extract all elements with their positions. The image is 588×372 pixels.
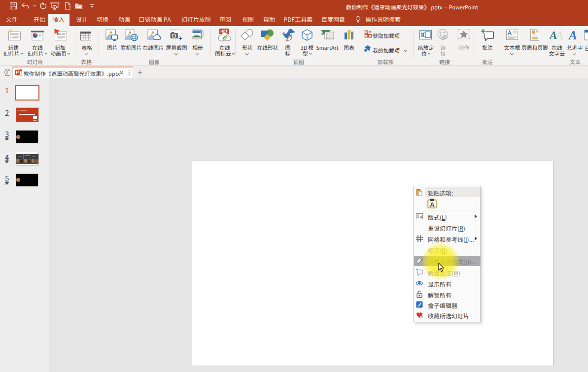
svg-text:A: A: [550, 29, 557, 41]
svg-text:A: A: [568, 29, 577, 41]
svg-text:A: A: [430, 201, 435, 208]
svg-text:P: P: [16, 70, 19, 75]
